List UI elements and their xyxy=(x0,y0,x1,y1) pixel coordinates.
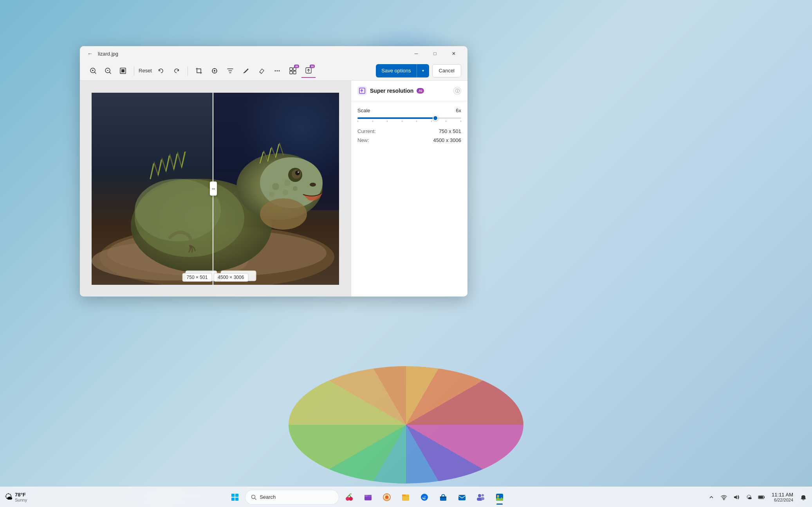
taskbar-weather[interactable]: 🌤 78°F Sunny xyxy=(0,487,32,507)
scale-label: Scale xyxy=(357,108,370,113)
taskbar-app-colorful[interactable] xyxy=(378,489,395,506)
taskbar-app-photos[interactable] xyxy=(491,489,508,506)
current-row: Current: 750 x 501 xyxy=(357,128,461,134)
weather-icon: 🌤 xyxy=(5,493,13,502)
search-bar[interactable]: Search xyxy=(245,490,339,505)
svg-rect-67 xyxy=(440,496,446,498)
panel-info-button[interactable]: ⓘ xyxy=(453,87,461,95)
separator-1 xyxy=(134,66,134,76)
svg-line-3 xyxy=(95,72,96,74)
panel-icon xyxy=(357,86,367,95)
tray-weather-icon[interactable]: 🌤 xyxy=(743,492,754,503)
svg-point-62 xyxy=(385,496,388,499)
start-button[interactable] xyxy=(226,489,244,506)
save-options-dropdown[interactable]: ▾ xyxy=(417,64,429,77)
scale-slider[interactable] xyxy=(357,117,461,122)
back-button[interactable]: ← xyxy=(85,48,96,59)
main-content: 750 × 501 4500 × 3006 Super resolution A… xyxy=(80,81,467,297)
current-label: Current: xyxy=(357,128,376,134)
slider-ticks xyxy=(357,120,461,122)
slider-thumb[interactable] xyxy=(433,115,438,121)
svg-line-6 xyxy=(110,72,111,74)
fit-button[interactable] xyxy=(116,64,130,78)
taskbar-app-explorer[interactable] xyxy=(359,489,377,506)
crop-button[interactable] xyxy=(192,64,206,78)
svg-point-74 xyxy=(497,495,499,497)
svg-line-16 xyxy=(260,72,262,74)
tick-7 xyxy=(446,120,446,122)
svg-rect-20 xyxy=(290,68,292,70)
separator-2 xyxy=(188,66,188,76)
panel-body: Scale 6x xyxy=(351,101,467,297)
svg-rect-22 xyxy=(290,71,292,74)
minimize-button[interactable]: ─ xyxy=(407,47,425,60)
weather-info: 78°F Sunny xyxy=(15,492,27,502)
svg-point-43 xyxy=(260,198,307,230)
taskbar-center: Search xyxy=(32,489,703,506)
reset-button[interactable]: Reset xyxy=(138,64,152,78)
taskbar-app-edge[interactable] xyxy=(416,489,433,506)
tick-4 xyxy=(402,120,402,122)
redo-button[interactable] xyxy=(170,64,184,78)
current-value: 750 x 501 xyxy=(439,128,461,134)
erase-button[interactable] xyxy=(254,64,269,78)
svg-point-71 xyxy=(482,494,484,496)
taskbar-app-mail[interactable] xyxy=(453,489,471,506)
tick-5 xyxy=(416,120,417,122)
split-handle[interactable] xyxy=(210,182,217,196)
svg-point-40 xyxy=(295,171,300,175)
svg-rect-78 xyxy=(759,496,763,498)
more-tools-button[interactable] xyxy=(270,64,284,78)
taskbar-app-cherry[interactable] xyxy=(341,489,358,506)
svg-rect-64 xyxy=(402,494,406,496)
right-panel: Super resolution AI ⓘ Scale 6x xyxy=(351,81,467,297)
toolbar-actions: Save options ▾ Cancel xyxy=(376,64,461,77)
svg-rect-8 xyxy=(121,69,125,72)
tray-chevron[interactable] xyxy=(706,492,717,503)
system-clock[interactable]: 11:11 AM 6/22/2024 xyxy=(769,492,796,502)
tray-battery-icon[interactable] xyxy=(756,492,767,503)
desktop-flower xyxy=(289,366,523,484)
new-row: New: 4500 x 3006 xyxy=(357,137,461,143)
cancel-button[interactable]: Cancel xyxy=(432,64,461,77)
svg-point-17 xyxy=(275,70,276,71)
svg-rect-72 xyxy=(481,497,484,500)
undo-button[interactable] xyxy=(154,64,168,78)
tick-1 xyxy=(357,120,358,122)
svg-point-45 xyxy=(293,186,298,191)
clock-time: 11:11 AM xyxy=(772,492,793,498)
panel-title: Super resolution xyxy=(370,88,413,94)
svg-point-48 xyxy=(269,192,274,197)
tick-2 xyxy=(372,120,373,122)
svg-rect-77 xyxy=(764,496,765,498)
close-button[interactable]: ✕ xyxy=(445,47,463,60)
taskbar-app-store[interactable] xyxy=(435,489,452,506)
zoom-in-button[interactable] xyxy=(86,64,100,78)
tray-network-icon[interactable] xyxy=(718,492,729,503)
weather-temp: 78°F xyxy=(15,492,27,498)
taskbar-app-files[interactable] xyxy=(397,489,414,506)
notification-button[interactable] xyxy=(798,492,809,503)
tray-speaker-icon[interactable] xyxy=(731,492,742,503)
svg-line-55 xyxy=(255,498,256,500)
svg-point-41 xyxy=(298,171,299,173)
title-bar: ← lizard.jpg ─ □ ✕ xyxy=(80,46,467,61)
system-tray: 🌤 11:11 AM 6/22/2024 xyxy=(703,487,812,507)
svg-point-47 xyxy=(272,183,279,190)
save-options-button[interactable]: Save options ▾ xyxy=(376,64,429,77)
taskbar-app-teams[interactable] xyxy=(472,489,489,506)
toolbar: Reset xyxy=(80,61,467,81)
save-options-main[interactable]: Save options xyxy=(376,64,416,77)
svg-rect-52 xyxy=(359,88,365,93)
zoom-tools xyxy=(86,64,130,78)
maximize-button[interactable]: □ xyxy=(426,47,444,60)
svg-rect-23 xyxy=(293,71,296,74)
image-container: 750 × 501 4500 × 3006 xyxy=(92,93,339,285)
super-resolution-button[interactable]: AI xyxy=(301,64,316,78)
ai-badge-superres: AI xyxy=(310,65,315,68)
filter-button[interactable] xyxy=(223,64,237,78)
adjust-button[interactable] xyxy=(208,64,222,78)
ai-enhance-button[interactable]: AI xyxy=(286,64,300,78)
draw-button[interactable] xyxy=(239,64,253,78)
zoom-out-button[interactable] xyxy=(101,64,115,78)
